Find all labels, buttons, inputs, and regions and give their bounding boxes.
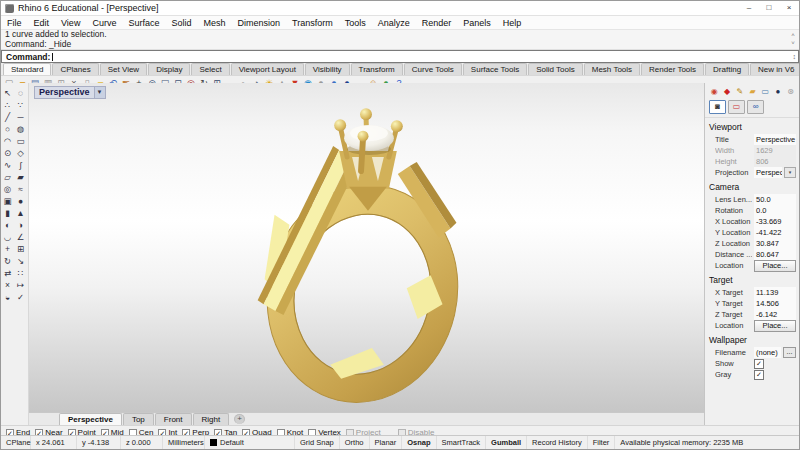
tab-surface-tools[interactable]: Surface Tools	[463, 63, 527, 75]
check-icon[interactable]: ✓	[14, 291, 27, 303]
command-spinner-icon[interactable]: ↕	[793, 53, 799, 60]
pointer-icon[interactable]: ↖	[1, 87, 14, 99]
chevron-down-icon[interactable]: ▼	[95, 86, 106, 99]
status-gumball[interactable]: Gumball	[486, 436, 527, 449]
tab-render-tools[interactable]: Render Tools	[641, 63, 704, 75]
status-ortho[interactable]: Ortho	[340, 436, 370, 449]
menu-render[interactable]: Render	[416, 18, 458, 28]
menu-edit[interactable]: Edit	[28, 18, 56, 28]
tab-select[interactable]: Select	[191, 63, 229, 75]
surface-icon[interactable]: ▱	[1, 171, 14, 183]
prop-value-z-target[interactable]: -6.142	[754, 309, 796, 320]
prop-value-title[interactable]: Perspective	[754, 134, 796, 145]
checkbox-gray[interactable]: ✓	[754, 370, 764, 380]
tab-viewport-layout[interactable]: Viewport Layout	[231, 63, 304, 75]
status-grid-snap[interactable]: Grid Snap	[295, 436, 340, 449]
tab-standard[interactable]: Standard	[3, 63, 51, 75]
menu-file[interactable]: File	[1, 18, 28, 28]
status-record-history[interactable]: Record History	[527, 436, 588, 449]
properties-panel-icon[interactable]: ◉	[709, 86, 720, 97]
fillet-icon[interactable]: ◡	[1, 231, 14, 243]
tab-drafting[interactable]: Drafting	[705, 63, 749, 75]
viewport-title-label[interactable]: Perspective	[34, 86, 95, 99]
lasso-icon[interactable]: ◌	[14, 87, 27, 99]
status-planar[interactable]: Planar	[370, 436, 403, 449]
viewport-tab-front[interactable]: Front	[155, 413, 192, 425]
cone-icon[interactable]: ▲	[14, 207, 27, 219]
circle-icon[interactable]: ○	[1, 123, 14, 135]
rotate-icon[interactable]: ↻	[1, 255, 14, 267]
polygon-icon[interactable]: ◇	[14, 147, 27, 159]
command-history[interactable]: ˄ ˅ 1 curve added to selection.Command: …	[1, 30, 799, 50]
revolve-icon[interactable]: ◎	[1, 183, 14, 195]
viewport-tab-top[interactable]: Top	[123, 413, 154, 425]
command-history-scrollbar[interactable]: ˄ ˅	[788, 31, 798, 47]
prop-value-filename[interactable]: (none)	[754, 347, 781, 358]
notes-panel-icon[interactable]: ▭	[760, 86, 771, 97]
add-viewport-button[interactable]: +	[234, 414, 245, 424]
prop-value-projection[interactable]: Perspecti...	[754, 167, 782, 178]
tab-set-view[interactable]: Set View	[100, 63, 147, 75]
status-x-24-061[interactable]: x 24.061	[31, 436, 77, 449]
menu-transform[interactable]: Transform	[286, 18, 339, 28]
line-icon[interactable]: ─	[14, 111, 27, 123]
prop-value-y-target[interactable]: 14.506	[754, 298, 796, 309]
rectangle-icon[interactable]: ▭	[14, 135, 27, 147]
curve-boolean-icon[interactable]: ◒	[1, 291, 14, 303]
tab-visibility[interactable]: Visibility	[305, 63, 350, 75]
panel-settings-gear-icon[interactable]: ⊛	[785, 86, 796, 97]
arc-icon[interactable]: ◠	[1, 135, 14, 147]
materials-panel-icon[interactable]: ●	[773, 86, 784, 97]
prop-value-x-target[interactable]: 11.139	[754, 287, 796, 298]
tab-mesh-tools[interactable]: Mesh Tools	[584, 63, 640, 75]
sweep-icon[interactable]: ≈	[14, 183, 27, 195]
close-button[interactable]: ×	[779, 1, 799, 15]
viewport-tab-right[interactable]: Right	[193, 413, 230, 425]
checkbox-show[interactable]: ✓	[754, 359, 764, 369]
status-y-4-138[interactable]: y -4.138	[77, 436, 121, 449]
status-smarttrack[interactable]: SmartTrack	[437, 436, 486, 449]
status-filter[interactable]: Filter	[588, 436, 616, 449]
prop-value-rotation[interactable]: 0.0	[754, 205, 796, 216]
status-millimeters[interactable]: Millimeters	[163, 436, 205, 449]
menu-help[interactable]: Help	[497, 18, 528, 28]
viewport-canvas[interactable]: Perspective ▼	[29, 83, 704, 412]
place-button[interactable]: Place...	[754, 320, 796, 332]
sphere-icon[interactable]: ●	[14, 195, 27, 207]
extend-icon[interactable]: ↦	[14, 279, 27, 291]
menu-surface[interactable]: Surface	[122, 18, 165, 28]
status-z-0-000[interactable]: z 0.000	[121, 436, 163, 449]
control-points-icon[interactable]: ∴	[1, 99, 14, 111]
menu-panels[interactable]: Panels	[457, 18, 497, 28]
tab-transform[interactable]: Transform	[351, 63, 403, 75]
menu-view[interactable]: View	[55, 18, 86, 28]
place-button[interactable]: Place...	[754, 260, 796, 272]
help-panel-icon[interactable]: ▰	[747, 86, 758, 97]
minimize-button[interactable]: –	[739, 1, 759, 15]
boolean-union-icon[interactable]: ◐	[1, 219, 14, 231]
menu-dimension[interactable]: Dimension	[231, 18, 286, 28]
prop-value-y-location[interactable]: -41.422	[754, 227, 796, 238]
points-on-icon[interactable]: ∵	[14, 99, 27, 111]
display-panel-icon[interactable]: ✎	[734, 86, 745, 97]
tab-display[interactable]: Display	[148, 63, 190, 75]
status-default[interactable]: Default	[205, 436, 295, 449]
prop-value-lens-len[interactable]: 50.0	[754, 194, 796, 205]
box-icon[interactable]: ▣	[1, 195, 14, 207]
plane-icon[interactable]: ▰	[14, 171, 27, 183]
tab-solid-tools[interactable]: Solid Tools	[528, 63, 583, 75]
chamfer-icon[interactable]: ∠	[14, 231, 27, 243]
scroll-up-icon[interactable]: ˄	[791, 31, 795, 39]
scale-icon[interactable]: ↘	[14, 255, 27, 267]
object-link-tab-icon[interactable]: ∞	[747, 100, 764, 114]
menu-tools[interactable]: Tools	[339, 18, 372, 28]
boolean-difference-icon[interactable]: ◑	[14, 219, 27, 231]
browse-button[interactable]: ...	[783, 347, 796, 358]
command-input[interactable]: Command: ↕	[1, 50, 799, 63]
menu-curve[interactable]: Curve	[86, 18, 122, 28]
prop-value-z-location[interactable]: 30.847	[754, 238, 796, 249]
clipping-plane-tab-icon[interactable]: ▭	[728, 100, 745, 114]
copy-object-icon[interactable]: ⊞	[14, 243, 27, 255]
scroll-down-icon[interactable]: ˅	[791, 39, 795, 47]
helix-icon[interactable]: ∫	[14, 159, 27, 171]
